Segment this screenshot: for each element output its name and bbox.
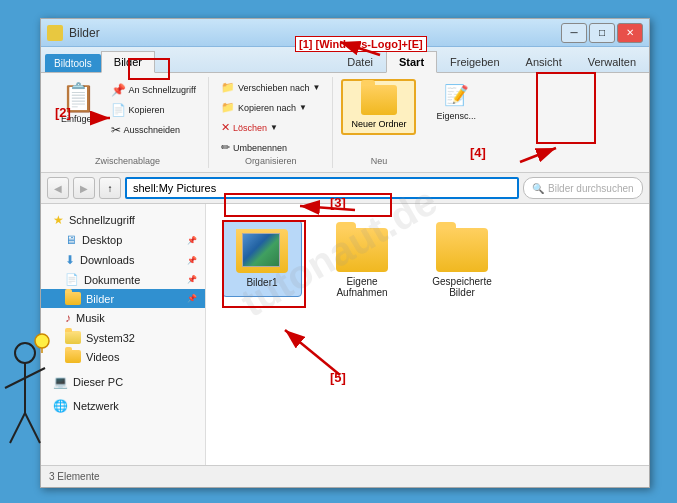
sidebar-label-dokumente: Dokumente bbox=[84, 274, 140, 286]
annotation-5: [5] bbox=[330, 370, 346, 385]
annotation-4: [4] bbox=[470, 145, 486, 160]
musik-icon: ♪ bbox=[65, 311, 71, 325]
videos-folder-icon bbox=[65, 350, 81, 363]
organize-group-label: Organisieren bbox=[217, 156, 324, 166]
sidebar-label-schnellzugriff: Schnellzugriff bbox=[69, 214, 135, 226]
cut-button[interactable]: ✂ Ausschneiden bbox=[107, 121, 200, 139]
clipboard-group-label: Zwischenablage bbox=[55, 156, 200, 166]
eigene-aufnahmen-icon bbox=[336, 228, 388, 272]
clipboard-small-buttons: 📌 An Schnellzugriff 📄 Kopieren ✂ Ausschn… bbox=[107, 79, 200, 139]
sidebar-item-downloads[interactable]: ⬇ Downloads 📌 bbox=[41, 250, 205, 270]
properties-icon: 📝 bbox=[442, 81, 470, 109]
annotation-3: [3] bbox=[330, 195, 346, 210]
folder-item-gespeicherte-bilder[interactable]: GespeicherteBilder bbox=[422, 220, 502, 306]
svg-line-11 bbox=[25, 413, 40, 443]
main-area: ★ Schnellzugriff 🖥 Desktop 📌 ⬇ Downloads… bbox=[41, 204, 649, 465]
pc-icon: 💻 bbox=[53, 375, 68, 389]
sidebar-item-schnellzugriff[interactable]: ★ Schnellzugriff bbox=[41, 210, 205, 230]
address-input[interactable]: shell:My Pictures bbox=[125, 177, 519, 199]
sidebar-item-videos[interactable]: Videos bbox=[41, 347, 205, 366]
tab-datei[interactable]: Datei bbox=[334, 50, 386, 72]
sidebar-item-desktop[interactable]: 🖥 Desktop 📌 bbox=[41, 230, 205, 250]
tab-verwalten[interactable]: Verwalten bbox=[575, 50, 649, 72]
star-icon: ★ bbox=[53, 213, 64, 227]
rename-button[interactable]: ✏ Umbenennen bbox=[217, 139, 324, 156]
forward-button[interactable]: ▶ bbox=[73, 177, 95, 199]
sidebar-label-videos: Videos bbox=[86, 351, 119, 363]
tab-bildtools[interactable]: Bildtools bbox=[45, 54, 101, 72]
delete-button[interactable]: ✕ Löschen ▼ bbox=[217, 119, 324, 136]
status-text: 3 Elemente bbox=[49, 471, 100, 482]
search-box[interactable]: 🔍 Bilder durchsuchen bbox=[523, 177, 643, 199]
new-folder-button[interactable]: Neuer Ordner bbox=[341, 79, 416, 135]
gespeicherte-bilder-icon bbox=[436, 228, 488, 272]
tab-ansicht[interactable]: Ansicht bbox=[513, 50, 575, 72]
sidebar-item-dieser-pc[interactable]: 💻 Dieser PC bbox=[41, 372, 205, 392]
copy-button[interactable]: 📄 Kopieren bbox=[107, 101, 200, 119]
new-group: Neuer Ordner Neu bbox=[333, 77, 424, 168]
explorer-window: Bilder ─ □ ✕ Bildtools Bilder Datei Star… bbox=[40, 18, 650, 488]
svg-line-8 bbox=[5, 378, 25, 388]
eigene-aufnahmen-label: EigeneAufnahmen bbox=[336, 276, 387, 298]
close-button[interactable]: ✕ bbox=[617, 23, 643, 43]
minimize-button[interactable]: ─ bbox=[561, 23, 587, 43]
dokumente-icon: 📄 bbox=[65, 273, 79, 286]
bilder-folder-icon bbox=[65, 292, 81, 305]
download-icon: ⬇ bbox=[65, 253, 75, 267]
status-bar: 3 Elemente bbox=[41, 465, 649, 487]
pin-arrow-bilder: 📌 bbox=[187, 294, 197, 303]
svg-point-6 bbox=[15, 343, 35, 363]
ribbon-content: 📋 Einfügen 📌 An Schnellzugriff 📄 Kopiere… bbox=[41, 73, 649, 172]
pin-arrow-dokumente: 📌 bbox=[187, 275, 197, 284]
move-to-button[interactable]: 📁 Verschieben nach ▼ bbox=[217, 79, 324, 96]
bilder1-icon bbox=[236, 229, 288, 273]
sidebar-label-downloads: Downloads bbox=[80, 254, 134, 266]
gespeicherte-bilder-label: GespeicherteBilder bbox=[432, 276, 491, 298]
new-folder-icon bbox=[361, 85, 397, 115]
back-button[interactable]: ◀ bbox=[47, 177, 69, 199]
delete-label: Löschen bbox=[233, 123, 267, 133]
sidebar-label-dieser-pc: Dieser PC bbox=[73, 376, 123, 388]
annotation-1: [1] [Windows-Logo]+[E] bbox=[295, 36, 427, 52]
window-controls: ─ □ ✕ bbox=[561, 23, 643, 43]
sidebar-item-netzwerk[interactable]: 🌐 Netzwerk bbox=[41, 396, 205, 416]
search-icon: 🔍 bbox=[532, 183, 544, 194]
sidebar-item-system32[interactable]: System32 bbox=[41, 328, 205, 347]
maximize-button[interactable]: □ bbox=[589, 23, 615, 43]
properties-button[interactable]: 📝 Eigensc... bbox=[430, 79, 482, 123]
copy-label: Kopieren bbox=[129, 105, 165, 115]
window-icon bbox=[47, 25, 63, 41]
folder-item-bilder1[interactable]: Bilder1 bbox=[222, 220, 302, 297]
up-button[interactable]: ↑ bbox=[99, 177, 121, 199]
tab-freigeben[interactable]: Freigeben bbox=[437, 50, 513, 72]
bilder1-label: Bilder1 bbox=[246, 277, 277, 288]
folder-item-eigene-aufnahmen[interactable]: EigeneAufnahmen bbox=[322, 220, 402, 306]
copy-to-button[interactable]: 📁 Kopieren nach ▼ bbox=[217, 99, 324, 116]
new-group-label: Neu bbox=[371, 156, 388, 166]
tab-start[interactable]: Start bbox=[386, 51, 437, 73]
sidebar-label-bilder: Bilder bbox=[86, 293, 114, 305]
desktop-icon: 🖥 bbox=[65, 233, 77, 247]
network-icon: 🌐 bbox=[53, 399, 68, 413]
pin-arrow-desktop: 📌 bbox=[187, 236, 197, 245]
sidebar-label-system32: System32 bbox=[86, 332, 135, 344]
properties-label: Eigensc... bbox=[436, 111, 476, 121]
search-placeholder: Bilder durchsuchen bbox=[548, 183, 634, 194]
sidebar-label-musik: Musik bbox=[76, 312, 105, 324]
content-area: Bilder1 EigeneAufnahmen GespeicherteBild… bbox=[206, 204, 649, 465]
bilder1-preview bbox=[242, 233, 280, 267]
pin-label: An Schnellzugriff bbox=[129, 85, 196, 95]
address-text: shell:My Pictures bbox=[133, 182, 216, 194]
pin-button[interactable]: 📌 An Schnellzugriff bbox=[107, 81, 200, 99]
sidebar-item-dokumente[interactable]: 📄 Dokumente 📌 bbox=[41, 270, 205, 289]
clipboard-group: 📋 Einfügen 📌 An Schnellzugriff 📄 Kopiere… bbox=[47, 77, 209, 168]
organize-group: 📁 Verschieben nach ▼ 📁 Kopieren nach ▼ ✕… bbox=[209, 77, 333, 168]
pin-arrow-downloads: 📌 bbox=[187, 256, 197, 265]
sidebar-item-bilder[interactable]: Bilder 📌 bbox=[41, 289, 205, 308]
move-to-label: Verschieben nach bbox=[238, 83, 310, 93]
tab-bilder[interactable]: Bilder bbox=[101, 51, 155, 73]
system32-folder-icon bbox=[65, 331, 81, 344]
new-folder-label: Neuer Ordner bbox=[351, 119, 406, 129]
annotation-2: [2] bbox=[55, 105, 71, 120]
sidebar-item-musik[interactable]: ♪ Musik bbox=[41, 308, 205, 328]
